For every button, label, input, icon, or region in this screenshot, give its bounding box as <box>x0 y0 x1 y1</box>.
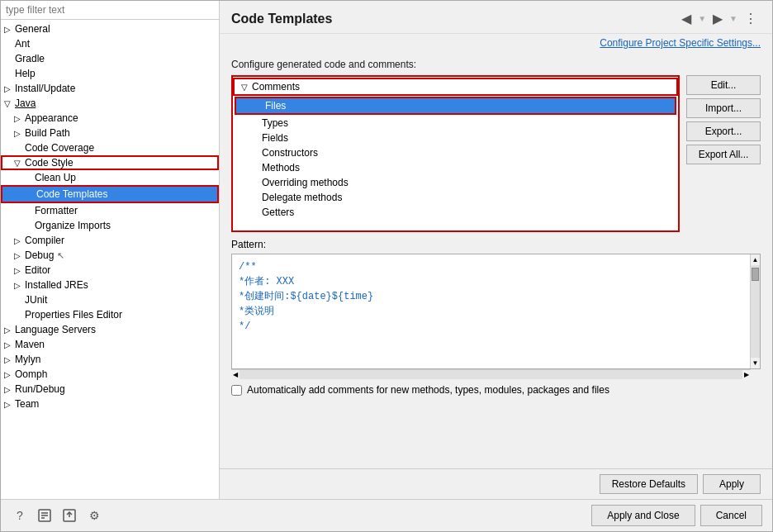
pattern-label: Pattern: <box>231 239 761 250</box>
expand-arrow: ▷ <box>4 325 12 335</box>
code-tree-item-types[interactable]: Types <box>233 116 678 131</box>
import-button[interactable]: Import... <box>686 98 761 118</box>
export-icon[interactable] <box>60 506 78 525</box>
configure-link[interactable]: Configure Project Specific Settings... <box>220 34 772 52</box>
nav-divider: ▼ <box>698 14 706 23</box>
sidebar-item-mylyn[interactable]: ▷ Mylyn <box>1 352 219 367</box>
expand-arrow: ▷ <box>14 129 22 138</box>
expand-arrow: ▷ <box>4 340 12 349</box>
sidebar-item-code-style[interactable]: ▽ Code Style <box>1 155 219 170</box>
code-tree-item-files[interactable]: Files <box>235 97 676 115</box>
pattern-line5: */ <box>239 321 250 332</box>
right-panel: Code Templates ◀ ▼ ▶ ▼ ⋮ Configure Proje… <box>220 1 772 499</box>
code-tree-item-comments[interactable]: ▽ Comments <box>233 78 678 96</box>
sidebar-item-properties-files-editor[interactable]: Properties Files Editor <box>1 307 219 322</box>
panel-header: Code Templates ◀ ▼ ▶ ▼ ⋮ <box>220 1 772 34</box>
sidebar-item-help[interactable]: Help <box>1 66 219 81</box>
expand-arrow: ▷ <box>4 25 12 34</box>
code-tree-item-getters[interactable]: Getters <box>233 205 678 220</box>
filter-input[interactable] <box>1 1 219 20</box>
pattern-line4: *类说明 <box>239 306 274 317</box>
expand-arrow: ▷ <box>14 281 22 290</box>
help-icon[interactable]: ? <box>11 506 29 525</box>
pattern-area: /** *作者: XXX *创建时间:${date}${time} *类说明 *… <box>231 254 761 369</box>
sidebar-item-installed-jres[interactable]: ▷ Installed JREs <box>1 278 219 292</box>
expand-arrow: ▷ <box>14 266 22 275</box>
export-button[interactable]: Export... <box>686 121 761 141</box>
footer-icons: ? ⚙ <box>11 506 103 525</box>
scroll-left-arrow[interactable]: ◀ <box>231 371 239 378</box>
cancel-button[interactable]: Cancel <box>700 505 762 526</box>
sidebar-item-oomph[interactable]: ▷ Oomph <box>1 367 219 382</box>
code-tree-item-methods[interactable]: Methods <box>233 160 678 175</box>
bottom-buttons: Restore Defaults Apply <box>220 468 772 499</box>
sidebar-item-code-coverage[interactable]: Code Coverage <box>1 140 219 155</box>
pattern-line3: *创建时间:${date}${time} <box>239 291 373 302</box>
h-scrollbar[interactable]: ◀ ▶ <box>231 369 751 379</box>
expand-arrow: ▽ <box>241 83 249 92</box>
footer: ? ⚙ Apply and Close Cancel <box>1 499 772 531</box>
sidebar-item-organize-imports[interactable]: Organize Imports <box>1 218 219 233</box>
panel-title: Code Templates <box>231 12 332 26</box>
export-all-button[interactable]: Export All... <box>686 145 761 164</box>
sidebar-item-clean-up[interactable]: Clean Up <box>1 170 219 185</box>
expand-arrow: ▷ <box>4 355 12 364</box>
settings-icon[interactable]: ⚙ <box>85 506 103 525</box>
auto-comments-checkbox[interactable] <box>231 385 242 396</box>
panel-body: Configure generated code and comments: ▽… <box>220 52 772 468</box>
code-tree-item-delegate-methods[interactable]: Delegate methods <box>233 190 678 205</box>
back-button[interactable]: ◀ <box>678 9 695 28</box>
forward-button[interactable]: ▶ <box>709 9 726 28</box>
restore-icon[interactable] <box>36 506 54 525</box>
sidebar-item-ant[interactable]: Ant <box>1 36 219 51</box>
h-scroll-track[interactable] <box>239 370 742 379</box>
expand-arrow: ▷ <box>14 114 22 123</box>
sidebar-item-compiler[interactable]: ▷ Compiler <box>1 233 219 248</box>
code-tree-item-fields[interactable]: Fields <box>233 131 678 145</box>
sidebar-item-maven[interactable]: ▷ Maven <box>1 337 219 352</box>
code-tree-item-constructors[interactable]: Constructors <box>233 145 678 160</box>
scroll-track[interactable] <box>751 265 760 358</box>
sidebar-item-gradle[interactable]: Gradle <box>1 51 219 66</box>
expand-arrow: ▷ <box>14 236 22 245</box>
nav-divider2: ▼ <box>729 14 737 23</box>
v-scrollbar[interactable]: ▲ ▼ <box>750 254 760 368</box>
sidebar-item-java[interactable]: ▽ Java <box>1 96 219 111</box>
expand-arrow: ▽ <box>4 99 12 108</box>
sidebar-item-general[interactable]: ▷ General <box>1 21 219 36</box>
tree-buttons-row: ▽ Comments Files Types <box>231 75 761 232</box>
sidebar-item-editor[interactable]: ▷ Editor <box>1 263 219 278</box>
restore-defaults-button[interactable]: Restore Defaults <box>600 474 698 494</box>
sidebar: ▷ General Ant Gradle Help ▷ Inst <box>1 1 220 499</box>
sidebar-item-team[interactable]: ▷ Team <box>1 397 219 411</box>
sidebar-item-language-servers[interactable]: ▷ Language Servers <box>1 322 219 337</box>
sidebar-item-formatter[interactable]: Formatter <box>1 203 219 218</box>
pattern-line1: /** <box>239 261 257 273</box>
scroll-down-arrow[interactable]: ▼ <box>751 358 761 368</box>
edit-button[interactable]: Edit... <box>686 75 761 95</box>
menu-button[interactable]: ⋮ <box>741 9 761 28</box>
sidebar-item-run-debug[interactable]: ▷ Run/Debug <box>1 382 219 397</box>
footer-right: Apply and Close Cancel <box>591 505 762 526</box>
scroll-thumb[interactable] <box>752 268 759 281</box>
action-buttons: Edit... Import... Export... Export All..… <box>686 75 761 232</box>
cursor-hint: ↖ <box>57 250 64 261</box>
apply-button[interactable]: Apply <box>703 474 761 494</box>
sidebar-item-build-path[interactable]: ▷ Build Path <box>1 126 219 140</box>
scroll-right-arrow[interactable]: ▶ <box>742 371 751 378</box>
main-content: ▷ General Ant Gradle Help ▷ Inst <box>1 1 772 499</box>
expand-arrow: ▷ <box>4 370 12 379</box>
apply-and-close-button[interactable]: Apply and Close <box>591 505 695 526</box>
sidebar-item-install-update[interactable]: ▷ Install/Update <box>1 81 219 96</box>
auto-comments-label: Automatically add comments for new metho… <box>247 384 609 396</box>
expand-arrow: ▷ <box>4 84 12 93</box>
sidebar-item-debug[interactable]: ▷ Debug ↖ <box>1 248 219 263</box>
sidebar-item-junit[interactable]: JUnit <box>1 292 219 307</box>
nav-icons: ◀ ▼ ▶ ▼ ⋮ <box>678 9 761 28</box>
scroll-up-arrow[interactable]: ▲ <box>751 254 761 265</box>
sidebar-item-appearance[interactable]: ▷ Appearance <box>1 111 219 126</box>
tree-container: ▷ General Ant Gradle Help ▷ Inst <box>1 20 219 499</box>
sidebar-item-code-templates[interactable]: Code Templates <box>1 185 219 203</box>
code-tree-item-overriding-methods[interactable]: Overriding methods <box>233 175 678 190</box>
auto-comments-row: Automatically add comments for new metho… <box>231 379 761 401</box>
